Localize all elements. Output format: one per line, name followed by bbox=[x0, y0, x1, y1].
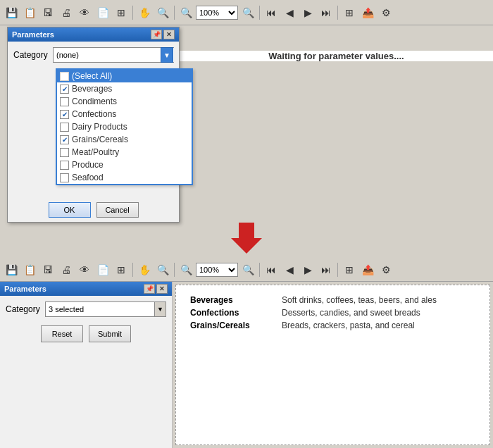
dropdown-item-meat[interactable]: Meat/Poultry bbox=[57, 146, 192, 158]
checkbox-beverages[interactable]: ✔ bbox=[60, 85, 69, 94]
panel-buttons: Reset Submit bbox=[6, 325, 166, 342]
condiments-label: Condiments bbox=[72, 97, 117, 106]
settings-icon[interactable]: ⚙ bbox=[377, 4, 394, 21]
save-btn-b[interactable]: 💾 bbox=[3, 261, 20, 278]
sep-b3 bbox=[259, 263, 260, 277]
dropdown-item-produce[interactable]: Produce bbox=[57, 158, 192, 171]
preview-icon[interactable]: 👁 bbox=[76, 4, 93, 21]
tool-icon-2[interactable]: 📋 bbox=[21, 4, 38, 21]
checkbox-seafood[interactable] bbox=[60, 173, 69, 182]
zoom-in-btn-b[interactable]: 🔍 bbox=[154, 261, 171, 278]
dropdown-item-select-all[interactable]: — (Select All) bbox=[57, 70, 192, 82]
zoom-out-btn-b[interactable]: 🔍 bbox=[177, 261, 194, 278]
report-cell-desc: Breads, crackers, pasta, and cereal bbox=[279, 319, 478, 332]
nav-prev-btn-b[interactable]: ◀ bbox=[281, 261, 298, 278]
panel-dropdown-arrow[interactable]: ▼ bbox=[155, 301, 166, 317]
nav-last-icon[interactable]: ⏭ bbox=[318, 4, 335, 21]
report-table: BeveragesSoft drinks, coffees, teas, bee… bbox=[187, 294, 478, 332]
layout-btn-b[interactable]: ⊞ bbox=[341, 261, 358, 278]
bottom-main: Parameters 📌 ✕ Category ▼ bbox=[0, 282, 493, 448]
category-dropdown-btn[interactable]: ▼ bbox=[161, 47, 173, 63]
report-cell-name: Beverages bbox=[187, 294, 279, 306]
waiting-area: Waiting for parameter values.... bbox=[180, 51, 493, 61]
dropdown-item-dairy[interactable]: Dairy Products bbox=[57, 120, 192, 133]
sep-b4 bbox=[337, 263, 338, 277]
checkbox-grains[interactable]: ✔ bbox=[60, 135, 69, 144]
panel-category-input[interactable] bbox=[45, 301, 155, 317]
nav-prev-icon[interactable]: ◀ bbox=[281, 4, 298, 21]
parameters-dialog: Parameters 📌 ✕ Category ▼ — (Select bbox=[7, 27, 180, 223]
zoom-in2-btn-b[interactable]: 🔍 bbox=[239, 261, 256, 278]
checkbox-produce[interactable] bbox=[60, 161, 69, 170]
save-icon[interactable]: 💾 bbox=[3, 4, 20, 21]
tool-icon-7[interactable]: ⊞ bbox=[113, 4, 130, 21]
arrow-section bbox=[0, 218, 493, 258]
cancel-button[interactable]: Cancel bbox=[96, 202, 139, 218]
toolbar-top: 💾 📋 🖫 🖨 👁 📄 ⊞ ✋ 🔍 🔍 100% 🔍 ⏮ ◀ ▶ ⏭ ⊞ 📤 ⚙ bbox=[0, 0, 493, 25]
tool-icon-3[interactable]: 🖫 bbox=[39, 4, 56, 21]
export-icon[interactable]: 📤 bbox=[359, 4, 376, 21]
report-row: BeveragesSoft drinks, coffees, teas, bee… bbox=[187, 294, 478, 306]
close-icon[interactable]: ✕ bbox=[163, 30, 175, 39]
tool-icon-6[interactable]: 📄 bbox=[94, 4, 111, 21]
panel-titlebar: Parameters 📌 ✕ bbox=[0, 282, 172, 296]
settings-btn-b[interactable]: ⚙ bbox=[377, 261, 394, 278]
checkbox-condiments[interactable] bbox=[60, 97, 69, 106]
separator bbox=[132, 6, 133, 20]
dropdown-item-grains[interactable]: ✔ Grains/Cereals bbox=[57, 133, 192, 146]
tool-b-6[interactable]: 📄 bbox=[94, 261, 111, 278]
zoom-in-icon[interactable]: 🔍 bbox=[154, 4, 171, 21]
nav-last-btn-b[interactable]: ⏭ bbox=[318, 261, 335, 278]
produce-label: Produce bbox=[72, 160, 104, 170]
chevron-down-icon: ▼ bbox=[163, 51, 170, 59]
dropdown-item-seafood[interactable]: Seafood bbox=[57, 171, 192, 184]
checkbox-dairy[interactable] bbox=[60, 123, 69, 132]
checkbox-confections[interactable]: ✔ bbox=[60, 110, 69, 119]
panel-close-icon[interactable]: ✕ bbox=[156, 284, 168, 294]
zoom-in2-icon[interactable]: 🔍 bbox=[239, 4, 256, 21]
dialog-body: Category ▼ bbox=[8, 42, 179, 71]
down-arrow bbox=[231, 223, 262, 254]
zoom-select[interactable]: 100% bbox=[196, 6, 238, 20]
dairy-label: Dairy Products bbox=[72, 122, 127, 132]
toolbar-bottom: 💾 📋 🖫 🖨 👁 📄 ⊞ ✋ 🔍 🔍 100% 🔍 ⏮ ◀ ▶ ⏭ ⊞ 📤 ⚙ bbox=[0, 258, 493, 282]
dropdown-item-confections[interactable]: ✔ Confections bbox=[57, 108, 192, 120]
pan-icon[interactable]: ✋ bbox=[136, 4, 153, 21]
panel-pin-icon[interactable]: 📌 bbox=[144, 284, 155, 294]
dropdown-item-beverages[interactable]: ✔ Beverages bbox=[57, 82, 192, 95]
pan-btn-b[interactable]: ✋ bbox=[136, 261, 153, 278]
checkbox-select-all[interactable]: — bbox=[60, 72, 69, 81]
meat-label: Meat/Poultry bbox=[72, 147, 119, 157]
tool-b-3[interactable]: 🖫 bbox=[39, 261, 56, 278]
tool-b-7[interactable]: ⊞ bbox=[113, 261, 130, 278]
arrow-stem bbox=[239, 223, 254, 238]
tool-b-2[interactable]: 📋 bbox=[21, 261, 38, 278]
separator3 bbox=[259, 6, 260, 20]
reset-button[interactable]: Reset bbox=[41, 325, 83, 342]
layout-icon[interactable]: ⊞ bbox=[341, 4, 358, 21]
titlebar-buttons: 📌 ✕ bbox=[151, 30, 175, 39]
report-cell-name: Confections bbox=[187, 306, 279, 319]
zoom-select-bottom[interactable]: 100% bbox=[196, 263, 238, 277]
category-input[interactable] bbox=[53, 47, 174, 63]
report-cell-desc: Soft drinks, coffees, teas, beers, and a… bbox=[279, 294, 478, 306]
report-row: Grains/CerealsBreads, crackers, pasta, a… bbox=[187, 319, 478, 332]
export-btn-b[interactable]: 📤 bbox=[359, 261, 376, 278]
zoom-out-icon[interactable]: 🔍 bbox=[177, 4, 194, 21]
dropdown-item-condiments[interactable]: Condiments bbox=[57, 95, 192, 108]
report-area: BeveragesSoft drinks, coffees, teas, bee… bbox=[175, 285, 490, 445]
select-all-label: (Select All) bbox=[72, 71, 112, 81]
checkbox-meat[interactable] bbox=[60, 148, 69, 157]
nav-first-btn-b[interactable]: ⏮ bbox=[263, 261, 280, 278]
nav-next-icon[interactable]: ▶ bbox=[299, 4, 316, 21]
ok-button[interactable]: OK bbox=[49, 202, 91, 218]
preview-btn-b[interactable]: 👁 bbox=[76, 261, 93, 278]
nav-first-icon[interactable]: ⏮ bbox=[263, 4, 280, 21]
print-btn-b[interactable]: 🖨 bbox=[58, 261, 75, 278]
print-icon[interactable]: 🖨 bbox=[58, 4, 75, 21]
panel-select-wrap: ▼ bbox=[45, 301, 166, 317]
nav-next-btn-b[interactable]: ▶ bbox=[299, 261, 316, 278]
arrow-head bbox=[231, 238, 262, 254]
submit-button[interactable]: Submit bbox=[89, 325, 131, 342]
pin-icon[interactable]: 📌 bbox=[151, 30, 162, 39]
